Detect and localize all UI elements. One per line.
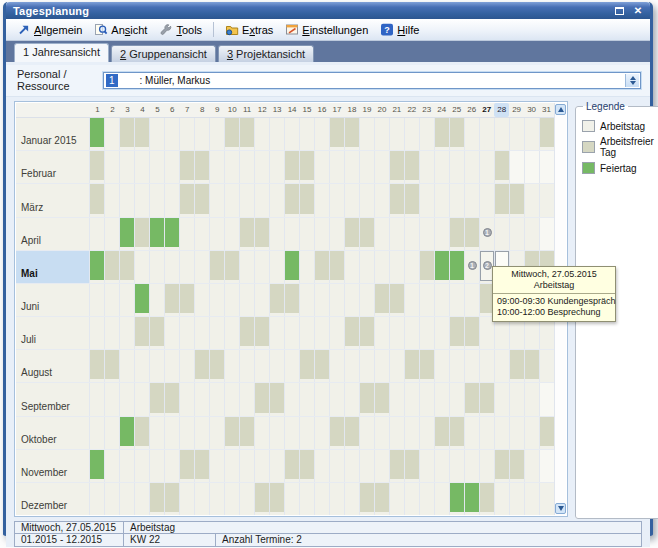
day-cell[interactable] [450, 417, 465, 449]
day-cell[interactable] [525, 483, 540, 515]
day-cell[interactable] [510, 483, 525, 515]
day-cell[interactable] [345, 417, 360, 449]
day-cell[interactable] [255, 450, 270, 482]
day-cell[interactable] [540, 218, 554, 250]
day-cell[interactable] [135, 151, 150, 183]
day-cell[interactable] [540, 350, 554, 382]
day-cell[interactable] [375, 483, 390, 515]
day-cell[interactable] [105, 450, 120, 482]
day-cell[interactable] [525, 417, 540, 449]
day-cell[interactable] [495, 450, 510, 482]
day-cell[interactable] [120, 184, 135, 216]
day-cell[interactable] [465, 218, 480, 250]
day-cell[interactable] [165, 151, 180, 183]
day-cell[interactable] [330, 284, 345, 316]
day-cell[interactable] [315, 450, 330, 482]
day-cell[interactable] [330, 118, 345, 150]
day-cell[interactable] [405, 383, 420, 415]
day-cell[interactable] [390, 450, 405, 482]
day-cell[interactable] [510, 218, 525, 250]
day-cell[interactable] [150, 383, 165, 415]
day-cell[interactable] [330, 350, 345, 382]
day-cell[interactable] [105, 218, 120, 250]
combobox-dropdown-button[interactable] [625, 74, 639, 87]
day-cell[interactable] [120, 383, 135, 415]
day-cell[interactable] [150, 450, 165, 482]
day-cell[interactable] [435, 218, 450, 250]
day-cell[interactable] [315, 151, 330, 183]
day-cell[interactable] [390, 151, 405, 183]
day-cell[interactable] [435, 251, 450, 283]
day-cell[interactable] [135, 218, 150, 250]
day-cell[interactable] [300, 450, 315, 482]
tab-projektansicht[interactable]: 3 Projektansicht [218, 45, 314, 62]
day-cell[interactable] [405, 317, 420, 349]
day-cell[interactable] [135, 284, 150, 316]
menu-item-allgemein[interactable]: Allgemein [12, 21, 87, 38]
day-cell[interactable] [405, 284, 420, 316]
day-cell[interactable] [300, 251, 315, 283]
day-cell[interactable] [270, 450, 285, 482]
day-cell[interactable] [420, 118, 435, 150]
day-cell[interactable] [210, 251, 225, 283]
day-cell[interactable] [285, 317, 300, 349]
menu-item-ansicht[interactable]: Ansicht [89, 21, 152, 38]
day-cell[interactable] [435, 483, 450, 515]
day-cell[interactable] [360, 184, 375, 216]
day-cell[interactable] [435, 417, 450, 449]
day-cell[interactable] [105, 383, 120, 415]
day-cell[interactable] [540, 383, 554, 415]
day-cell[interactable] [270, 317, 285, 349]
day-cell[interactable] [495, 218, 510, 250]
day-cell[interactable] [465, 317, 480, 349]
day-cell[interactable] [525, 151, 540, 183]
day-cell[interactable] [360, 118, 375, 150]
day-cell[interactable] [165, 118, 180, 150]
day-cell[interactable] [510, 450, 525, 482]
day-cell[interactable] [300, 184, 315, 216]
day-cell[interactable] [285, 251, 300, 283]
day-cell[interactable] [240, 383, 255, 415]
day-cell[interactable] [120, 251, 135, 283]
day-cell[interactable] [480, 184, 495, 216]
day-cell[interactable] [375, 383, 390, 415]
day-cell[interactable] [255, 483, 270, 515]
day-cell[interactable] [465, 118, 480, 150]
day-cell[interactable] [270, 151, 285, 183]
day-cell[interactable] [330, 417, 345, 449]
tab-jahresansicht[interactable]: 1 Jahresansicht [14, 43, 109, 62]
day-cell[interactable] [480, 383, 495, 415]
day-cell[interactable] [225, 450, 240, 482]
menu-item-hilfe[interactable]: ?Hilfe [375, 21, 424, 38]
menu-item-einstellungen[interactable]: Einstellungen [280, 21, 373, 38]
day-cell[interactable] [420, 251, 435, 283]
day-cell[interactable] [360, 284, 375, 316]
day-cell[interactable] [450, 317, 465, 349]
day-cell[interactable] [345, 184, 360, 216]
day-cell[interactable] [135, 483, 150, 515]
day-cell[interactable] [510, 151, 525, 183]
day-cell[interactable] [150, 184, 165, 216]
day-cell[interactable] [420, 151, 435, 183]
day-cell[interactable] [240, 118, 255, 150]
day-cell[interactable] [240, 218, 255, 250]
day-cell[interactable] [240, 251, 255, 283]
day-cell[interactable] [525, 350, 540, 382]
day-cell[interactable] [165, 317, 180, 349]
day-cell[interactable] [105, 184, 120, 216]
day-cell[interactable] [120, 483, 135, 515]
day-cell[interactable] [195, 417, 210, 449]
day-cell[interactable] [180, 317, 195, 349]
day-cell[interactable] [180, 151, 195, 183]
day-cell[interactable] [420, 383, 435, 415]
day-cell[interactable] [300, 218, 315, 250]
day-cell[interactable] [180, 118, 195, 150]
day-cell[interactable] [180, 251, 195, 283]
day-cell[interactable] [105, 251, 120, 283]
day-cell[interactable] [195, 284, 210, 316]
day-cell[interactable] [330, 450, 345, 482]
day-cell[interactable] [345, 218, 360, 250]
day-cell[interactable] [360, 350, 375, 382]
day-cell[interactable] [135, 350, 150, 382]
day-cell[interactable] [165, 184, 180, 216]
